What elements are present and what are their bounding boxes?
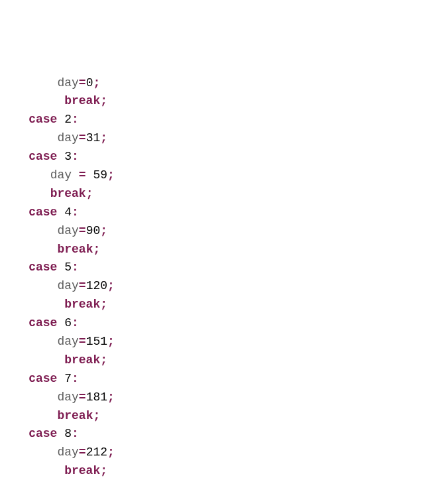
keyword-case: case [28, 206, 57, 219]
number-literal: 0 [86, 76, 93, 90]
line: break; [0, 243, 100, 256]
line: case 4: [0, 206, 79, 219]
number-literal: 3 [64, 150, 72, 163]
line: break; [0, 94, 107, 107]
number-literal: 90 [86, 224, 101, 237]
keyword-break: break [50, 187, 86, 200]
line: day=212; [0, 446, 115, 459]
number-literal: 2 [64, 113, 72, 126]
number-literal: 4 [64, 206, 72, 219]
identifier-day: day [57, 279, 78, 292]
keyword-break: break [64, 464, 100, 477]
keyword-case: case [28, 113, 57, 126]
keyword-break: break [64, 94, 100, 107]
line: day=120; [0, 279, 115, 292]
keyword-case: case [28, 150, 57, 163]
keyword-break: break [64, 298, 100, 311]
number-literal: 31 [86, 131, 101, 145]
keyword-break: break [64, 353, 100, 367]
number-literal: 8 [64, 427, 72, 440]
number-literal: 181 [86, 390, 107, 404]
keyword-case: case [28, 316, 57, 329]
line: break; [0, 353, 107, 367]
line: day=90; [0, 224, 107, 237]
number-literal: 5 [64, 261, 72, 274]
line: day=31; [0, 131, 107, 145]
line: case 7: [0, 372, 79, 385]
line: case 8: [0, 427, 79, 440]
line: day = 59; [0, 168, 115, 182]
identifier-day: day [57, 224, 78, 237]
line: case 2: [0, 113, 79, 126]
keyword-case: case [28, 427, 57, 440]
identifier-day: day [57, 390, 78, 404]
line: day=151; [0, 335, 115, 348]
number-literal: 59 [93, 168, 107, 182]
number-literal: 120 [86, 279, 107, 292]
number-literal: 212 [86, 446, 107, 459]
keyword-case: case [28, 261, 57, 274]
line: break; [0, 464, 107, 477]
keyword-break: break [57, 409, 93, 422]
number-literal: 6 [64, 316, 72, 329]
number-literal: 7 [64, 372, 72, 385]
line: day=181; [0, 390, 115, 404]
line: case 3: [0, 150, 79, 163]
keyword-break: break [57, 243, 93, 256]
identifier-day: day [50, 168, 72, 182]
line: case 6: [0, 316, 79, 329]
line: break; [0, 298, 107, 311]
keyword-case: case [28, 372, 57, 385]
number-literal: 151 [86, 335, 107, 348]
line: day=0; [0, 76, 100, 90]
identifier-day: day [57, 131, 78, 145]
line: break; [0, 409, 100, 422]
line: case 5: [0, 261, 79, 274]
identifier-day: day [57, 446, 78, 459]
line: break; [0, 187, 93, 200]
identifier-day: day [57, 335, 78, 348]
identifier-day: day [57, 76, 78, 90]
code-block: day=0; break; case 2: day=31; case 3: da… [0, 74, 448, 478]
